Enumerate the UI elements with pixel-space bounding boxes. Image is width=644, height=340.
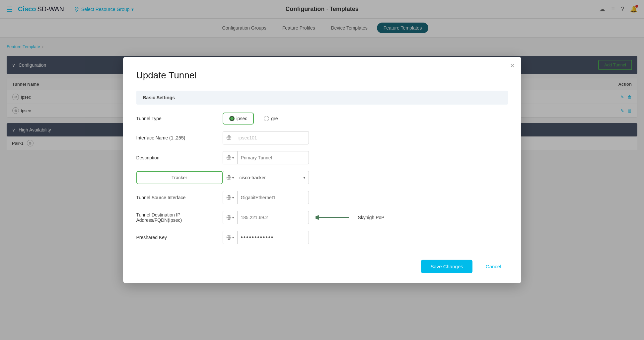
preshared-key-label: Preshared Key [136,235,223,240]
tracker-form-label: Tracker [136,171,223,184]
tracker-select[interactable]: cisco-tracker [236,172,303,183]
globe-icon [226,235,232,240]
ipsec-radio[interactable] [229,116,235,121]
dropdown-arrow-icon: ▾ [232,196,234,200]
tunnel-source-control: ▾ [223,191,508,204]
modal-title: Update Tunnel [136,70,508,81]
ipsec-label: ipsec [237,116,248,121]
tracker-select-group: ▾ cisco-tracker ▾ [223,171,309,184]
tracker-control: ▾ cisco-tracker ▾ [223,171,508,184]
description-control: ▾ [223,151,508,164]
dropdown-arrow-icon: ▾ [232,236,234,239]
tunnel-source-globe-prefix[interactable]: ▾ [223,191,238,204]
save-changes-button[interactable]: Save Changes [421,260,472,273]
interface-name-control [223,131,508,144]
preshared-key-control: ▾ [223,231,508,244]
tracker-label-box: Tracker [136,171,223,184]
dropdown-arrow-icon: ▾ [232,216,234,219]
tracker-globe-prefix[interactable]: ▾ [223,171,236,184]
basic-settings-section: Basic Settings [136,91,508,105]
interface-name-row: Interface Name (1..255) [136,131,508,144]
description-input-group: ▾ [223,151,309,164]
description-input[interactable] [238,152,309,163]
ipsec-radio-option[interactable]: ipsec [223,113,254,125]
tunnel-dest-input[interactable] [238,212,309,223]
preshared-key-globe-prefix[interactable]: ▾ [223,231,238,244]
tracker-row: Tracker ▾ cisco-tracker ▾ [136,171,508,184]
tunnel-source-row: Tunnel Source Interface ▾ [136,191,508,204]
tunnel-dest-control: ▾ Skyhigh PoP [223,211,508,224]
tunnel-type-control: ipsec gre [223,113,508,125]
globe-icon [226,195,232,200]
interface-name-label: Interface Name (1..255) [136,135,223,140]
basic-settings-label: Basic Settings [143,95,175,100]
interface-name-input[interactable] [235,132,309,143]
tunnel-type-label: Tunnel Type [136,116,223,121]
interface-name-input-group [223,131,309,144]
modal-overlay: × Update Tunnel Basic Settings Tunnel Ty… [0,0,644,340]
select-arrow-icon: ▾ [303,175,309,180]
cancel-button[interactable]: Cancel [479,260,508,273]
description-row: Description ▾ [136,151,508,164]
modal-footer: Save Changes Cancel [136,254,508,273]
modal-close-button[interactable]: × [510,62,515,69]
annotation-arrow: Skyhigh PoP [316,213,385,221]
update-tunnel-modal: × Update Tunnel Basic Settings Tunnel Ty… [123,57,521,283]
tunnel-dest-row: Tunnel Destination IP Address/FQDN(Ipsec… [136,211,508,224]
interface-globe-prefix[interactable] [223,131,235,144]
tunnel-source-input[interactable] [238,192,309,203]
tunnel-source-label: Tunnel Source Interface [136,195,223,200]
gre-radio-option[interactable]: gre [257,113,284,125]
description-globe-prefix[interactable]: ▾ [223,151,238,164]
tunnel-dest-label: Tunnel Destination IP Address/FQDN(Ipsec… [136,212,223,223]
globe-icon [226,155,232,160]
preshared-key-input[interactable] [238,231,309,244]
tunnel-dest-globe-prefix[interactable]: ▾ [223,211,238,224]
globe-icon [226,215,232,220]
dropdown-arrow-icon: ▾ [232,156,234,160]
tunnel-type-row: Tunnel Type ipsec gre [136,113,508,125]
tunnel-dest-input-group: ▾ [223,211,309,224]
globe-icon [226,135,232,140]
annotation-arrow-svg [316,213,355,221]
annotation-label: Skyhigh PoP [358,215,385,220]
tunnel-source-input-group: ▾ [223,191,309,204]
description-label: Description [136,155,223,160]
dropdown-arrow-icon: ▾ [232,176,234,180]
globe-icon [226,175,232,180]
gre-label: gre [271,116,278,121]
preshared-key-input-group: ▾ [223,231,309,244]
gre-radio[interactable] [264,116,269,121]
preshared-key-row: Preshared Key ▾ [136,231,508,244]
